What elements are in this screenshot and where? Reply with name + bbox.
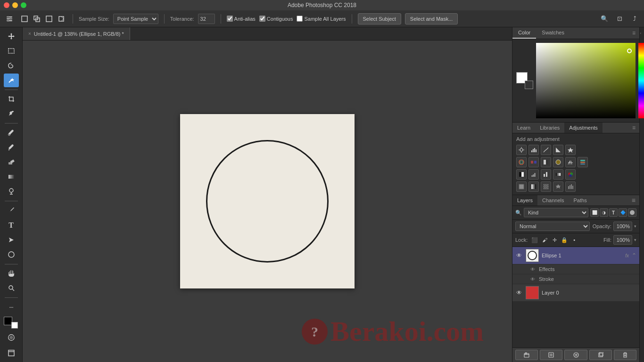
hue-bar[interactable] bbox=[638, 43, 644, 118]
adj-levels2[interactable] bbox=[565, 181, 576, 192]
layer-vis-layer0[interactable]: 👁 bbox=[515, 289, 523, 296]
adj-curves[interactable] bbox=[541, 145, 551, 155]
adj-gradient2[interactable] bbox=[528, 181, 539, 192]
sub-vis-effects[interactable]: 👁 bbox=[529, 266, 536, 272]
adj-selective-color[interactable] bbox=[565, 169, 576, 180]
blend-mode-select[interactable]: Normal bbox=[515, 222, 590, 231]
tool-options-btn[interactable] bbox=[4, 13, 15, 25]
tab-learn[interactable]: Learn bbox=[512, 123, 535, 133]
adj-color-lookup[interactable] bbox=[578, 157, 588, 167]
adj-brightness2[interactable] bbox=[553, 181, 563, 192]
fill-arrow[interactable]: ▾ bbox=[634, 238, 636, 242]
sample-size-select[interactable]: Point Sample bbox=[113, 14, 158, 24]
tab-layers[interactable]: Layers bbox=[512, 195, 537, 206]
layer-layer0[interactable]: 👁 Layer 0 bbox=[512, 284, 639, 302]
adj-posterize[interactable] bbox=[528, 169, 539, 180]
tool-eraser[interactable] bbox=[4, 155, 19, 169]
add-adjustment-btn[interactable] bbox=[564, 350, 587, 360]
tab-swatches[interactable]: Swatches bbox=[536, 27, 570, 39]
layer-ellipse1[interactable]: 👁 Ellipse 1 fx ⌃ bbox=[512, 247, 639, 264]
tool-lasso[interactable] bbox=[4, 58, 19, 72]
tab-paths[interactable]: Paths bbox=[569, 195, 592, 206]
tolerance-input[interactable] bbox=[198, 14, 215, 24]
delete-layer-btn[interactable] bbox=[614, 350, 636, 360]
adj-gradient-map[interactable] bbox=[553, 169, 563, 180]
panel-collapse-btn[interactable]: ‹ bbox=[640, 31, 644, 35]
filter-adj[interactable]: ◑ bbox=[600, 208, 608, 217]
filter-text[interactable]: T bbox=[609, 208, 618, 217]
layer-expand-ellipse1[interactable]: ⌃ bbox=[632, 252, 636, 259]
filter-pixel[interactable]: ⬜ bbox=[590, 208, 599, 217]
adj-hue-sat[interactable] bbox=[516, 157, 527, 167]
tool-gradient[interactable] bbox=[4, 170, 19, 184]
tool-zoom[interactable] bbox=[4, 281, 19, 295]
adj-bw[interactable] bbox=[541, 157, 551, 167]
minimize-button[interactable] bbox=[12, 2, 18, 8]
tool-move[interactable] bbox=[4, 29, 19, 43]
opacity-input[interactable] bbox=[613, 222, 632, 231]
adj-exposure[interactable] bbox=[553, 145, 563, 155]
sample-all-label[interactable]: Sample All Layers bbox=[297, 16, 346, 22]
share-btn[interactable]: ⤴ bbox=[629, 13, 640, 25]
lock-position[interactable]: ✛ bbox=[550, 236, 559, 244]
add-group-btn[interactable] bbox=[515, 350, 538, 360]
tool-quick-mask[interactable] bbox=[4, 330, 19, 344]
tool-shape[interactable] bbox=[4, 247, 19, 261]
lock-transparent[interactable]: ⬛ bbox=[530, 236, 539, 244]
brush-intersect-btn[interactable] bbox=[31, 13, 42, 25]
tool-more[interactable]: ··· bbox=[4, 300, 19, 314]
sub-vis-stroke[interactable]: 👁 bbox=[529, 276, 536, 282]
tool-magic-wand[interactable] bbox=[4, 74, 19, 87]
adj-vibrance[interactable] bbox=[565, 145, 576, 155]
document-tab[interactable]: × Untitled-1 @ 138% (Ellipse 1, RGB/8) * bbox=[23, 27, 130, 40]
contiguous-label[interactable]: Contiguous bbox=[259, 16, 293, 22]
workspace-btn[interactable]: ⊡ bbox=[614, 13, 625, 25]
adj-invert[interactable] bbox=[516, 169, 527, 180]
tool-heal[interactable] bbox=[4, 140, 19, 154]
tool-dodge[interactable] bbox=[4, 185, 19, 198]
new-layer-btn[interactable] bbox=[589, 350, 612, 360]
contiguous-checkbox[interactable] bbox=[259, 16, 265, 22]
select-mask-button[interactable]: Select and Mask... bbox=[405, 13, 458, 25]
maximize-button[interactable] bbox=[21, 2, 26, 8]
tab-close-btn[interactable]: × bbox=[28, 31, 31, 36]
adj-pattern[interactable] bbox=[541, 181, 551, 192]
tool-path-select[interactable] bbox=[4, 233, 19, 247]
layer-fx-ellipse1[interactable]: fx bbox=[625, 253, 629, 258]
search-btn[interactable]: 🔍 bbox=[599, 13, 610, 25]
tab-libraries[interactable]: Libraries bbox=[535, 123, 564, 133]
canvas-container[interactable]: ? Berakoi.com bbox=[23, 41, 512, 362]
adj-brightness[interactable] bbox=[516, 145, 527, 155]
adj-color-balance[interactable] bbox=[528, 157, 539, 167]
adj-channel-mixer[interactable] bbox=[565, 157, 576, 167]
tool-pen[interactable] bbox=[4, 204, 19, 217]
brush-square-btn[interactable] bbox=[19, 13, 30, 25]
lock-image[interactable]: 🖌 bbox=[540, 236, 549, 244]
close-button[interactable] bbox=[4, 2, 9, 8]
layers-panel-options[interactable]: ≡ bbox=[628, 197, 639, 204]
lock-all[interactable]: • bbox=[570, 236, 578, 244]
background-color-swatch[interactable] bbox=[11, 322, 18, 329]
add-mask-btn[interactable] bbox=[540, 350, 562, 360]
tool-text[interactable]: T bbox=[4, 218, 19, 232]
opacity-arrow[interactable]: ▾ bbox=[634, 224, 636, 229]
tool-screen-mode[interactable] bbox=[4, 346, 19, 360]
brush-subtract-btn[interactable] bbox=[43, 13, 55, 25]
tab-channels[interactable]: Channels bbox=[537, 195, 569, 206]
adj-levels[interactable] bbox=[528, 145, 539, 155]
anti-alias-label[interactable]: Anti-alias bbox=[227, 16, 256, 22]
color-panel-options[interactable]: ≡ bbox=[628, 30, 639, 36]
tool-hand[interactable] bbox=[4, 266, 19, 280]
sample-all-checkbox[interactable] bbox=[297, 16, 303, 22]
fill-input[interactable] bbox=[613, 235, 632, 245]
tool-eyedropper[interactable] bbox=[4, 107, 19, 121]
adj-photo-filter[interactable] bbox=[553, 157, 563, 167]
tool-marquee[interactable] bbox=[4, 44, 19, 58]
filter-shape[interactable]: 🔷 bbox=[619, 208, 627, 217]
tab-color[interactable]: Color bbox=[512, 27, 536, 39]
tool-brush[interactable] bbox=[4, 126, 19, 140]
tab-adjustments[interactable]: Adjustments bbox=[564, 123, 603, 133]
layer-vis-ellipse1[interactable]: 👁 bbox=[515, 252, 523, 259]
select-subject-button[interactable]: Select Subject bbox=[358, 13, 401, 25]
anti-alias-checkbox[interactable] bbox=[227, 16, 233, 22]
